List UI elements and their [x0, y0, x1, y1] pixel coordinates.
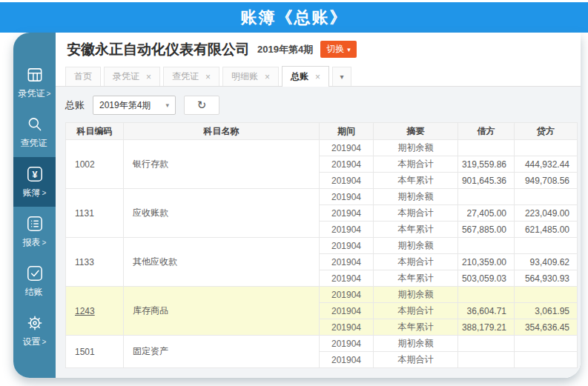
summary-cell: 本期合计 — [374, 205, 458, 222]
tab-search-voucher[interactable]: 查凭证 × — [163, 67, 219, 86]
table-row: 1501 固定资产 201904 期初余额 — [66, 336, 578, 352]
company-name: 安徽永正自动化仪表有限公司 — [67, 40, 250, 59]
credit-cell — [515, 140, 578, 156]
gear-icon — [25, 313, 44, 333]
credit-cell — [515, 238, 578, 254]
tab-detail-ledger[interactable]: 明细账 × — [222, 67, 279, 86]
sidebar-item-settings[interactable]: 设置 > — [13, 306, 56, 356]
subject-code-cell[interactable]: 1002 — [66, 140, 124, 189]
sidebar-item-closing[interactable]: 结账 — [13, 256, 56, 306]
ledger-table: 科目编码 科目名称 期间 摘要 借方 贷方 1002 银行存款 201904 期… — [65, 122, 578, 368]
summary-cell: 本期合计 — [374, 352, 458, 368]
debit-cell — [458, 238, 515, 254]
subject-name-cell: 库存商品 — [124, 287, 320, 336]
period-cell: 201904 — [320, 254, 374, 270]
tab-general-ledger[interactable]: 总账 × — [282, 66, 329, 87]
chevron-right-icon: > — [42, 239, 47, 247]
period-cell: 201904 — [320, 303, 374, 319]
credit-cell: 444,932.44 — [515, 156, 578, 173]
tab-close-icon[interactable]: × — [205, 72, 211, 82]
tab-close-icon[interactable]: × — [265, 72, 270, 82]
credit-cell — [515, 189, 578, 205]
debit-cell: 319,559.86 — [458, 156, 515, 173]
sidebar-item-label: 账簿 — [23, 187, 41, 199]
credit-cell — [515, 287, 578, 303]
voucher-form-icon — [25, 65, 44, 84]
summary-cell: 本年累计 — [374, 222, 458, 238]
debit-cell — [458, 140, 515, 156]
sidebar-item-label: 设置 — [23, 336, 41, 348]
tab-overflow-button[interactable]: ▾ — [332, 67, 351, 86]
chevron-down-icon: ▾ — [340, 73, 344, 81]
period-cell: 201904 — [320, 287, 374, 303]
report-list-icon — [25, 214, 44, 233]
debit-cell — [458, 287, 515, 303]
credit-cell — [515, 336, 578, 352]
check-icon — [25, 264, 44, 283]
period-cell: 201904 — [320, 270, 374, 287]
subject-name-cell: 其他应收款 — [124, 238, 320, 287]
sidebar-item-record-voucher[interactable]: 录凭证 > — [13, 58, 56, 107]
debit-cell: 388,179.21 — [458, 319, 515, 336]
period-cell: 201904 — [320, 140, 374, 156]
sidebar-item-label: 查凭证 — [21, 137, 47, 150]
col-header-period: 期间 — [320, 123, 374, 140]
sidebar-item-reports[interactable]: 报表 > — [13, 207, 56, 256]
chevron-down-icon: ▾ — [347, 46, 351, 53]
credit-cell: 354,636.45 — [515, 319, 578, 336]
tab-close-icon[interactable]: × — [146, 72, 151, 82]
debit-cell — [458, 336, 515, 352]
period-cell: 201904 — [320, 222, 374, 238]
period-cell: 201904 — [320, 156, 374, 173]
credit-cell: 93,409.62 — [515, 254, 578, 270]
tab-home[interactable]: 首页 — [65, 67, 101, 86]
debit-cell: 27,405.00 — [458, 205, 515, 222]
switch-period-button[interactable]: 切换 ▾ — [320, 41, 357, 58]
summary-cell: 本年累计 — [374, 319, 458, 336]
ledger-toolbar: 总账 2019年第4期 ▾ ↻ — [65, 96, 577, 115]
period-cell: 201904 — [320, 173, 374, 189]
debit-cell: 210,359.00 — [458, 254, 515, 270]
app-window: 录凭证 > 查凭证 ¥ 账簿 > — [13, 33, 581, 378]
subject-name-cell: 固定资产 — [124, 336, 320, 368]
refresh-icon: ↻ — [197, 99, 207, 112]
period-cell: 201904 — [320, 352, 374, 368]
subject-code-link[interactable]: 1243 — [75, 306, 95, 316]
summary-cell: 期初余额 — [374, 336, 458, 352]
credit-cell: 949,708.56 — [515, 173, 578, 189]
period-cell: 201904 — [320, 336, 374, 352]
search-icon — [25, 115, 44, 134]
debit-cell: 567,885.00 — [458, 222, 515, 238]
sidebar-item-label: 结账 — [25, 286, 43, 299]
summary-cell: 本年累计 — [374, 173, 458, 189]
summary-cell: 期初余额 — [374, 140, 458, 156]
subject-code-cell[interactable]: 1131 — [66, 189, 124, 238]
tab-close-icon[interactable]: × — [315, 72, 320, 82]
sidebar-item-ledger[interactable]: ¥ 账簿 > — [13, 157, 56, 207]
debit-cell — [458, 189, 515, 205]
refresh-button[interactable]: ↻ — [184, 96, 219, 115]
chevron-right-icon: > — [42, 338, 47, 346]
credit-cell: 564,930.93 — [515, 270, 578, 287]
summary-cell: 期初余额 — [374, 287, 458, 303]
col-header-summary: 摘要 — [374, 123, 458, 140]
summary-cell: 期初余额 — [374, 238, 458, 254]
chevron-right-icon: > — [47, 90, 51, 98]
subject-code-cell[interactable]: 1501 — [66, 336, 124, 368]
credit-cell: 3,061.95 — [515, 303, 578, 319]
banner-title: 账簿《总账》 — [241, 7, 348, 29]
credit-cell: 223,049.00 — [515, 205, 578, 222]
credit-cell — [515, 352, 578, 368]
period-cell: 201904 — [320, 319, 374, 336]
period-cell: 201904 — [320, 189, 374, 205]
table-row: 1002 银行存款 201904 期初余额 — [66, 140, 578, 156]
sidebar-item-label: 报表 — [23, 236, 41, 249]
period-select[interactable]: 2019年第4期 ▾ — [93, 96, 176, 115]
debit-cell — [458, 352, 515, 368]
subject-code-cell[interactable]: 1133 — [66, 238, 124, 287]
subject-code-cell[interactable]: 1243 — [66, 287, 124, 336]
summary-cell: 本期合计 — [374, 254, 458, 270]
sidebar-item-search-voucher[interactable]: 查凭证 — [13, 107, 56, 157]
subject-name-cell: 银行存款 — [124, 140, 320, 189]
tab-record-voucher[interactable]: 录凭证 × — [104, 67, 160, 86]
